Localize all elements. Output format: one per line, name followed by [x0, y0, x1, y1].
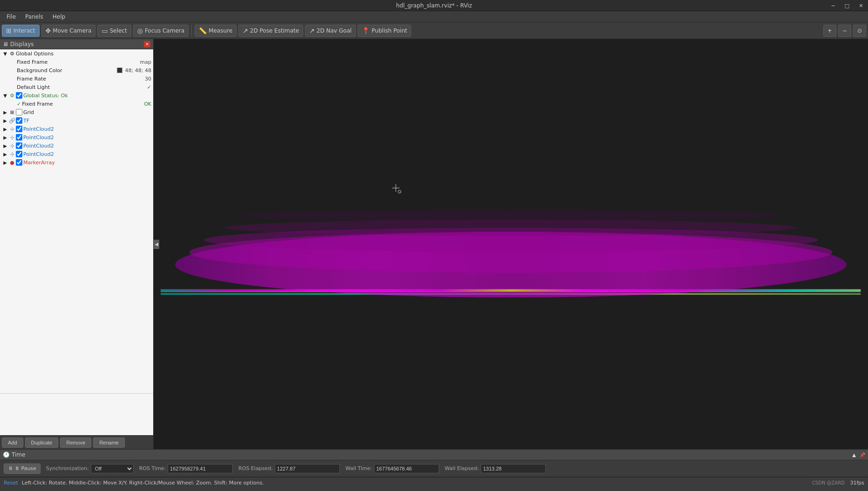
select-button[interactable]: ▭ Select [97, 25, 131, 37]
publish-point-label: Publish Point [372, 27, 407, 34]
menu-help[interactable]: Help [48, 13, 70, 21]
markerarray-checkbox[interactable] [16, 159, 22, 166]
pointcloud2-3-expand-icon: ▶ [2, 143, 8, 148]
global-status-checkbox[interactable] [16, 92, 22, 99]
viewport[interactable]: ◀ [154, 39, 868, 449]
close-button[interactable]: ✕ [854, 0, 868, 11]
pointcloud2-1-expand-icon: ▶ [2, 127, 8, 132]
displays-toolbar: Add Duplicate Remove Rename [0, 435, 153, 449]
tf-checkbox[interactable] [16, 117, 22, 124]
time-panel-expand[interactable]: ▲ [852, 452, 856, 457]
tree-row-default-light[interactable]: Default Light ✓ [0, 83, 153, 91]
tree-row-pointcloud2-2[interactable]: ▶ ⊹ PointCloud2 [0, 133, 153, 141]
interact-button[interactable]: ⊞ Interact [2, 25, 40, 37]
menu-panels[interactable]: Panels [20, 13, 48, 21]
tree-row-pointcloud2-4[interactable]: ▶ ⊹ PointCloud2 [0, 150, 153, 158]
global-status-expand-icon: ▼ [2, 93, 8, 98]
time-panel-pin[interactable]: 📌 [860, 452, 865, 457]
tf-icon: 🔗 [8, 118, 16, 124]
background-color-value: 48; 48; 48 [125, 67, 151, 74]
pointcloud2-4-icon: ⊹ [8, 151, 16, 157]
tree-row-global-options[interactable]: ▼ ⚙ Global Options [0, 49, 153, 58]
grid-checkbox[interactable] [16, 109, 22, 115]
grid-icon: ⊞ [8, 109, 16, 115]
rename-button[interactable]: Rename [93, 437, 125, 448]
measure-button[interactable]: 📏 Measure [195, 25, 237, 37]
pointcloud2-1-checkbox[interactable] [16, 126, 22, 132]
zoom-out-button[interactable]: − [838, 25, 851, 37]
tree-row-markerarray[interactable]: ▶ ● MarkerArray [0, 158, 153, 167]
svg-point-8 [239, 209, 782, 222]
focus-camera-icon: ◎ [137, 27, 143, 34]
global-options-icon: ⚙ [8, 51, 16, 57]
zoom-fit-button[interactable]: ⊙ [853, 25, 866, 37]
duplicate-button[interactable]: Duplicate [25, 437, 59, 448]
sync-label: Synchronization: [46, 465, 89, 471]
interact-label: Interact [14, 27, 35, 34]
tree-row-grid[interactable]: ▶ ⊞ Grid [0, 108, 153, 116]
tf-label: TF [23, 118, 151, 124]
statusbar: Reset Left-Click: Rotate. Middle-Click: … [0, 477, 868, 488]
window-controls: ─ □ ✕ [826, 0, 868, 11]
pointcloud2-4-checkbox[interactable] [16, 151, 22, 157]
focus-camera-button[interactable]: ◎ Focus Camera [133, 25, 189, 37]
pointcloud2-4-label: PointCloud2 [23, 151, 151, 157]
tree-row-fixed-frame[interactable]: Fixed Frame map [0, 58, 153, 66]
pointcloud2-1-icon: ⊹ [8, 126, 16, 132]
interact-icon: ⊞ [6, 27, 12, 34]
menubar: File Panels Help [0, 11, 868, 22]
default-light-value: ✓ [147, 84, 151, 90]
remove-button[interactable]: Remove [60, 437, 91, 448]
pointcloud2-1-label: PointCloud2 [23, 126, 151, 132]
tree-row-pointcloud2-3[interactable]: ▶ ⊹ PointCloud2 [0, 141, 153, 150]
pointcloud2-3-icon: ⊹ [8, 143, 16, 149]
tree-row-background-color[interactable]: Background Color 48; 48; 48 [0, 66, 153, 74]
measure-icon: 📏 [199, 27, 207, 34]
pointcloud2-4-expand-icon: ▶ [2, 152, 8, 157]
pointcloud2-2-expand-icon: ▶ [2, 135, 8, 140]
displays-panel-title: 🖥 Displays [3, 41, 34, 47]
wall-time-input[interactable] [374, 464, 439, 473]
sync-select[interactable]: Off Exact Approximate [91, 464, 134, 473]
pointcloud2-2-checkbox[interactable] [16, 134, 22, 141]
tree-row-pointcloud2-1[interactable]: ▶ ⊹ PointCloud2 [0, 125, 153, 133]
global-status-fixed-frame-label: Fixed Frame [22, 101, 142, 107]
wall-elapsed-input[interactable] [481, 464, 546, 473]
sync-field: Synchronization: Off Exact Approximate [46, 464, 134, 473]
pointcloud2-2-icon: ⊹ [8, 135, 16, 141]
add-button[interactable]: Add [2, 437, 23, 448]
2d-pose-estimate-button[interactable]: ↗ 2D Pose Estimate [238, 25, 303, 37]
tree-row-global-status-fixed-frame[interactable]: ✓ Fixed Frame OK [0, 100, 153, 108]
time-panel-title: Time [12, 451, 25, 458]
lower-point-cloud [161, 289, 861, 291]
move-camera-label: Move Camera [53, 27, 91, 34]
2d-nav-goal-button[interactable]: ↗ 2D Nav Goal [305, 25, 356, 37]
move-camera-button[interactable]: ✥ Move Camera [41, 25, 96, 37]
displays-panel-close[interactable]: ✕ [144, 41, 150, 47]
ros-elapsed-label: ROS Elapsed: [238, 465, 273, 471]
zoom-in-button[interactable]: + [823, 25, 836, 37]
reset-button[interactable]: Reset [4, 480, 18, 486]
status-hint: Left-Click: Rotate. Middle-Click: Move X… [22, 480, 264, 486]
pause-button[interactable]: ⏸ ⏸ Pause [4, 464, 41, 474]
tf-expand-icon: ▶ [2, 118, 8, 123]
ros-time-input[interactable] [168, 464, 233, 473]
tree-row-tf[interactable]: ▶ 🔗 TF [0, 116, 153, 125]
tree-row-global-status[interactable]: ▼ ⚙ Global Status: Ok [0, 91, 153, 100]
2d-pose-estimate-label: 2D Pose Estimate [250, 27, 299, 34]
maximize-button[interactable]: □ [840, 0, 854, 11]
pointcloud2-3-checkbox[interactable] [16, 142, 22, 149]
fps-display: CSDN @ZARD 31fps [812, 480, 864, 486]
displays-panel-icon: 🖥 [3, 41, 8, 47]
grid-expand-icon: ▶ [2, 110, 8, 115]
menu-file[interactable]: File [2, 13, 20, 21]
tree-row-frame-rate[interactable]: Frame Rate 30 [0, 74, 153, 83]
time-controls: ⏸ ⏸ Pause Synchronization: Off Exact App… [0, 460, 868, 477]
status-ok-checkmark: ✓ [17, 101, 21, 107]
titlebar: hdl_graph_slam.rviz* - RViz ─ □ ✕ [0, 0, 868, 11]
main-area: 🖥 Displays ✕ ▼ ⚙ Global Options Fixed Fr… [0, 39, 868, 449]
minimize-button[interactable]: ─ [826, 0, 840, 11]
viewport-collapse-arrow[interactable]: ◀ [154, 240, 159, 249]
publish-point-button[interactable]: 📍 Publish Point [358, 25, 411, 37]
ros-elapsed-input[interactable] [275, 464, 340, 473]
